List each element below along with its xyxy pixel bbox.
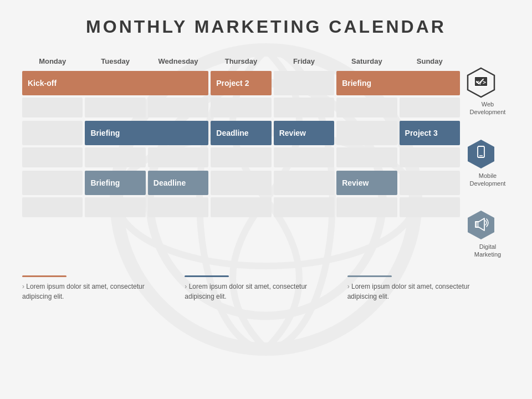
sub-cell [22,98,83,117]
sub-cell [85,98,145,117]
day-sunday: Sunday [400,54,460,69]
legend-item-1: Lorem ipsum dolor sit amet, consectetur … [22,275,185,301]
icon-column: </> Web Development Mobile Development [460,54,510,259]
legend-text-2: Lorem ipsum dolor sit amet, consectetur … [185,282,336,301]
sub-cell [400,197,460,217]
day-tuesday: Tuesday [85,54,145,69]
legend-item-2: Lorem ipsum dolor sit amet, consectetur … [185,275,347,301]
footer-legend: Lorem ipsum dolor sit amet, consectetur … [22,269,510,301]
day-headers: Monday Tuesday Wednesday Thursday Friday… [22,54,460,69]
legend-text-3: Lorem ipsum dolor sit amet, consectetur … [347,282,499,301]
row-digital-mkt: Briefing Deadline Review [22,171,460,217]
event-row-3: Briefing Deadline Review [22,171,460,195]
page-title: MONTHLY MARKETING CALENDAR [22,17,510,37]
sub-cell [148,197,208,217]
bg-cell [148,121,208,145]
sub-cell [211,147,271,167]
day-friday: Friday [274,54,334,69]
digital-mkt-label: Digital Marketing [466,243,510,259]
icon-block-mobile: Mobile Development [466,139,510,188]
sub-cell [400,147,460,167]
day-monday: Monday [22,54,83,69]
sub-cell [400,98,460,117]
legend-text-1: Lorem ipsum dolor sit amet, consectetur … [22,282,173,301]
bg-cell [274,71,334,95]
calendar-grid: Monday Tuesday Wednesday Thursday Friday… [22,54,460,259]
event-row-1: Kick-off Project 2 Briefing [22,71,460,95]
sub-cell [274,98,334,117]
bg-cell [85,171,145,195]
bg-cell [274,121,334,145]
sub-cell [336,147,397,167]
sub-row-3 [22,197,460,217]
bg-cell [211,171,271,195]
sub-cell [336,98,397,117]
sub-cell [85,197,145,217]
day-thursday: Thursday [211,54,271,69]
mobile-dev-icon [466,139,497,170]
digital-mkt-icon [466,209,497,241]
bg-cell [148,71,208,95]
sub-cell [148,98,208,117]
calendar-wrapper: Monday Tuesday Wednesday Thursday Friday… [22,54,510,259]
sub-row-1 [22,98,460,117]
sub-cell [211,197,271,217]
bg-cell [211,71,271,95]
svg-rect-12 [475,222,479,227]
sub-cell [336,197,397,217]
event-row-2: Briefing Deadline Review Project 3 [22,121,460,145]
sub-cell [22,197,83,217]
sub-cell [22,147,83,167]
sub-row-2 [22,147,460,167]
sub-cell [274,147,334,167]
bg-cell [22,71,83,95]
bg-cell [400,171,460,195]
bg-cell [336,71,397,95]
sub-cell [211,98,271,117]
svg-marker-10 [468,211,494,239]
web-dev-label: Web Development [466,100,510,116]
icon-block-web: </> Web Development [466,67,510,116]
bg-cell [85,121,145,145]
bg-cell [211,121,271,145]
bg-cell [85,71,145,95]
day-saturday: Saturday [336,54,397,69]
legend-line-rust [22,275,66,277]
sub-cell [85,147,145,167]
bg-cell [22,121,83,145]
bg-cell [400,71,460,95]
bg-cell [400,121,460,145]
day-wednesday: Wednesday [148,54,208,69]
bg-cell [336,121,397,145]
bg-cell [274,171,334,195]
legend-line-steel [347,275,392,277]
web-dev-icon: </> [466,67,497,98]
mobile-dev-label: Mobile Development [466,172,510,188]
legend-item-3: Lorem ipsum dolor sit amet, consectetur … [347,275,510,301]
legend-line-blue [185,275,229,277]
svg-marker-7 [468,140,494,168]
bg-cell [22,171,83,195]
row-mobile-dev: Briefing Deadline Review Project 3 [22,121,460,167]
icon-block-digital: Digital Marketing [466,209,510,259]
sub-cell [274,197,334,217]
bg-cell [336,171,397,195]
sub-cell [148,147,208,167]
svg-text:</>: </> [476,79,486,85]
bg-cell [148,171,208,195]
row-web-dev: Kick-off Project 2 Briefing [22,71,460,117]
